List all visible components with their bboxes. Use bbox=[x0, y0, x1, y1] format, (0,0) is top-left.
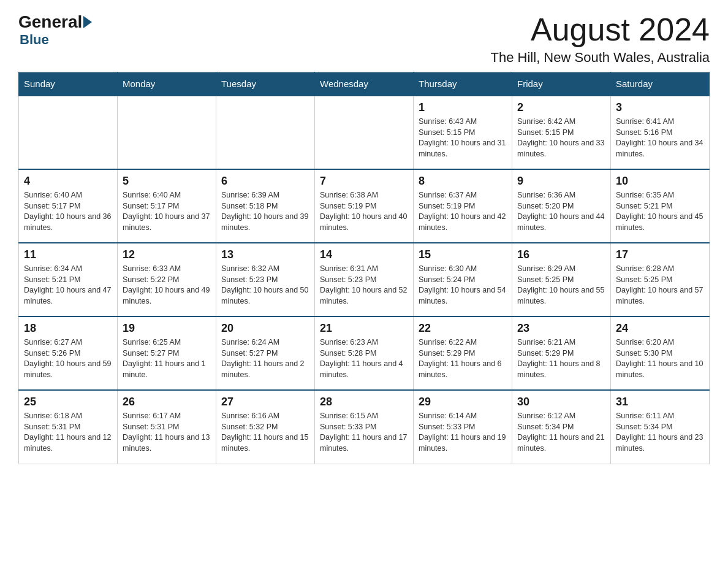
day-number: 11 bbox=[24, 248, 112, 261]
day-number: 3 bbox=[616, 101, 704, 114]
day-info: Sunrise: 6:34 AMSunset: 5:21 PMDaylight:… bbox=[24, 264, 112, 307]
location-title: The Hill, New South Wales, Australia bbox=[491, 50, 710, 66]
day-number: 19 bbox=[123, 322, 211, 335]
day-number: 2 bbox=[517, 101, 605, 114]
day-info: Sunrise: 6:27 AMSunset: 5:26 PMDaylight:… bbox=[24, 337, 112, 380]
day-info: Sunrise: 6:15 AMSunset: 5:33 PMDaylight:… bbox=[320, 411, 408, 454]
day-info: Sunrise: 6:30 AMSunset: 5:24 PMDaylight:… bbox=[419, 264, 507, 307]
day-number: 30 bbox=[517, 396, 605, 408]
day-number: 8 bbox=[419, 175, 507, 188]
weekday-header-wednesday: Wednesday bbox=[315, 72, 414, 96]
day-number: 25 bbox=[24, 396, 112, 408]
calendar-cell: 24Sunrise: 6:20 AMSunset: 5:30 PMDayligh… bbox=[611, 316, 710, 390]
day-number: 9 bbox=[517, 175, 605, 188]
calendar-cell: 14Sunrise: 6:31 AMSunset: 5:23 PMDayligh… bbox=[315, 243, 414, 316]
calendar-cell: 31Sunrise: 6:11 AMSunset: 5:34 PMDayligh… bbox=[611, 390, 710, 464]
calendar-cell: 2Sunrise: 6:42 AMSunset: 5:15 PMDaylight… bbox=[512, 96, 611, 169]
day-number: 28 bbox=[320, 396, 408, 408]
day-info: Sunrise: 6:41 AMSunset: 5:16 PMDaylight:… bbox=[616, 117, 704, 159]
calendar-cell: 27Sunrise: 6:16 AMSunset: 5:32 PMDayligh… bbox=[216, 390, 315, 464]
day-info: Sunrise: 6:16 AMSunset: 5:32 PMDaylight:… bbox=[221, 411, 309, 454]
day-info: Sunrise: 6:38 AMSunset: 5:19 PMDaylight:… bbox=[320, 190, 408, 233]
weekday-header-monday: Monday bbox=[118, 72, 216, 96]
logo-arrow-icon bbox=[83, 16, 92, 28]
day-info: Sunrise: 6:35 AMSunset: 5:21 PMDaylight:… bbox=[616, 190, 704, 233]
day-number: 20 bbox=[221, 322, 309, 335]
calendar-week-row: 25Sunrise: 6:18 AMSunset: 5:31 PMDayligh… bbox=[19, 390, 710, 464]
calendar-week-row: 18Sunrise: 6:27 AMSunset: 5:26 PMDayligh… bbox=[19, 316, 710, 390]
day-number: 16 bbox=[517, 248, 605, 261]
calendar-cell: 25Sunrise: 6:18 AMSunset: 5:31 PMDayligh… bbox=[19, 390, 118, 464]
day-number: 31 bbox=[616, 396, 704, 408]
day-info: Sunrise: 6:37 AMSunset: 5:19 PMDaylight:… bbox=[419, 190, 507, 233]
day-number: 26 bbox=[123, 396, 211, 408]
calendar-cell: 29Sunrise: 6:14 AMSunset: 5:33 PMDayligh… bbox=[414, 390, 512, 464]
weekday-header-row: SundayMondayTuesdayWednesdayThursdayFrid… bbox=[19, 72, 710, 96]
calendar-cell: 22Sunrise: 6:22 AMSunset: 5:29 PMDayligh… bbox=[414, 316, 512, 390]
calendar-cell: 5Sunrise: 6:40 AMSunset: 5:17 PMDaylight… bbox=[118, 169, 216, 243]
day-info: Sunrise: 6:33 AMSunset: 5:22 PMDaylight:… bbox=[123, 264, 211, 307]
calendar-cell bbox=[19, 96, 118, 169]
day-number: 14 bbox=[320, 248, 408, 261]
day-number: 13 bbox=[221, 248, 309, 261]
logo: General Blue bbox=[18, 12, 93, 48]
day-info: Sunrise: 6:32 AMSunset: 5:23 PMDaylight:… bbox=[221, 264, 309, 307]
calendar-cell: 20Sunrise: 6:24 AMSunset: 5:27 PMDayligh… bbox=[216, 316, 315, 390]
calendar-cell: 21Sunrise: 6:23 AMSunset: 5:28 PMDayligh… bbox=[315, 316, 414, 390]
calendar-cell: 7Sunrise: 6:38 AMSunset: 5:19 PMDaylight… bbox=[315, 169, 414, 243]
calendar-cell: 10Sunrise: 6:35 AMSunset: 5:21 PMDayligh… bbox=[611, 169, 710, 243]
day-number: 27 bbox=[221, 396, 309, 408]
calendar-cell: 11Sunrise: 6:34 AMSunset: 5:21 PMDayligh… bbox=[19, 243, 118, 316]
day-info: Sunrise: 6:40 AMSunset: 5:17 PMDaylight:… bbox=[24, 190, 112, 233]
day-info: Sunrise: 6:18 AMSunset: 5:31 PMDaylight:… bbox=[24, 411, 112, 454]
calendar-table: SundayMondayTuesdayWednesdayThursdayFrid… bbox=[18, 72, 710, 464]
day-number: 7 bbox=[320, 175, 408, 188]
logo-general-text: General bbox=[18, 12, 82, 32]
calendar-cell: 16Sunrise: 6:29 AMSunset: 5:25 PMDayligh… bbox=[512, 243, 611, 316]
day-number: 6 bbox=[221, 175, 309, 188]
weekday-header-thursday: Thursday bbox=[414, 72, 512, 96]
day-info: Sunrise: 6:39 AMSunset: 5:18 PMDaylight:… bbox=[221, 190, 309, 233]
calendar-cell: 23Sunrise: 6:21 AMSunset: 5:29 PMDayligh… bbox=[512, 316, 611, 390]
day-info: Sunrise: 6:12 AMSunset: 5:34 PMDaylight:… bbox=[517, 411, 605, 454]
day-info: Sunrise: 6:20 AMSunset: 5:30 PMDaylight:… bbox=[616, 337, 704, 380]
day-info: Sunrise: 6:31 AMSunset: 5:23 PMDaylight:… bbox=[320, 264, 408, 307]
title-section: August 2024 The Hill, New South Wales, A… bbox=[491, 12, 710, 66]
calendar-cell: 3Sunrise: 6:41 AMSunset: 5:16 PMDaylight… bbox=[611, 96, 710, 169]
calendar-cell: 17Sunrise: 6:28 AMSunset: 5:25 PMDayligh… bbox=[611, 243, 710, 316]
weekday-header-sunday: Sunday bbox=[19, 72, 118, 96]
page-header: General Blue August 2024 The Hill, New S… bbox=[18, 12, 710, 66]
calendar-cell: 19Sunrise: 6:25 AMSunset: 5:27 PMDayligh… bbox=[118, 316, 216, 390]
day-number: 18 bbox=[24, 322, 112, 335]
calendar-cell: 4Sunrise: 6:40 AMSunset: 5:17 PMDaylight… bbox=[19, 169, 118, 243]
day-number: 24 bbox=[616, 322, 704, 335]
day-info: Sunrise: 6:42 AMSunset: 5:15 PMDaylight:… bbox=[517, 117, 605, 159]
day-number: 5 bbox=[123, 175, 211, 188]
day-info: Sunrise: 6:25 AMSunset: 5:27 PMDaylight:… bbox=[123, 337, 211, 380]
day-info: Sunrise: 6:22 AMSunset: 5:29 PMDaylight:… bbox=[419, 337, 507, 380]
calendar-cell bbox=[118, 96, 216, 169]
day-info: Sunrise: 6:21 AMSunset: 5:29 PMDaylight:… bbox=[517, 337, 605, 380]
day-number: 4 bbox=[24, 175, 112, 188]
calendar-week-row: 4Sunrise: 6:40 AMSunset: 5:17 PMDaylight… bbox=[19, 169, 710, 243]
calendar-week-row: 11Sunrise: 6:34 AMSunset: 5:21 PMDayligh… bbox=[19, 243, 710, 316]
day-number: 21 bbox=[320, 322, 408, 335]
calendar-cell: 9Sunrise: 6:36 AMSunset: 5:20 PMDaylight… bbox=[512, 169, 611, 243]
calendar-cell: 8Sunrise: 6:37 AMSunset: 5:19 PMDaylight… bbox=[414, 169, 512, 243]
calendar-cell bbox=[216, 96, 315, 169]
calendar-cell: 28Sunrise: 6:15 AMSunset: 5:33 PMDayligh… bbox=[315, 390, 414, 464]
day-number: 10 bbox=[616, 175, 704, 188]
calendar-cell: 12Sunrise: 6:33 AMSunset: 5:22 PMDayligh… bbox=[118, 243, 216, 316]
day-info: Sunrise: 6:11 AMSunset: 5:34 PMDaylight:… bbox=[616, 411, 704, 454]
day-info: Sunrise: 6:36 AMSunset: 5:20 PMDaylight:… bbox=[517, 190, 605, 233]
calendar-week-row: 1Sunrise: 6:43 AMSunset: 5:15 PMDaylight… bbox=[19, 96, 710, 169]
day-number: 12 bbox=[123, 248, 211, 261]
day-info: Sunrise: 6:14 AMSunset: 5:33 PMDaylight:… bbox=[419, 411, 507, 454]
calendar-cell: 1Sunrise: 6:43 AMSunset: 5:15 PMDaylight… bbox=[414, 96, 512, 169]
weekday-header-friday: Friday bbox=[512, 72, 611, 96]
logo-blue-text: Blue bbox=[20, 32, 49, 48]
calendar-cell: 6Sunrise: 6:39 AMSunset: 5:18 PMDaylight… bbox=[216, 169, 315, 243]
day-number: 23 bbox=[517, 322, 605, 335]
calendar-cell: 15Sunrise: 6:30 AMSunset: 5:24 PMDayligh… bbox=[414, 243, 512, 316]
calendar-cell: 13Sunrise: 6:32 AMSunset: 5:23 PMDayligh… bbox=[216, 243, 315, 316]
